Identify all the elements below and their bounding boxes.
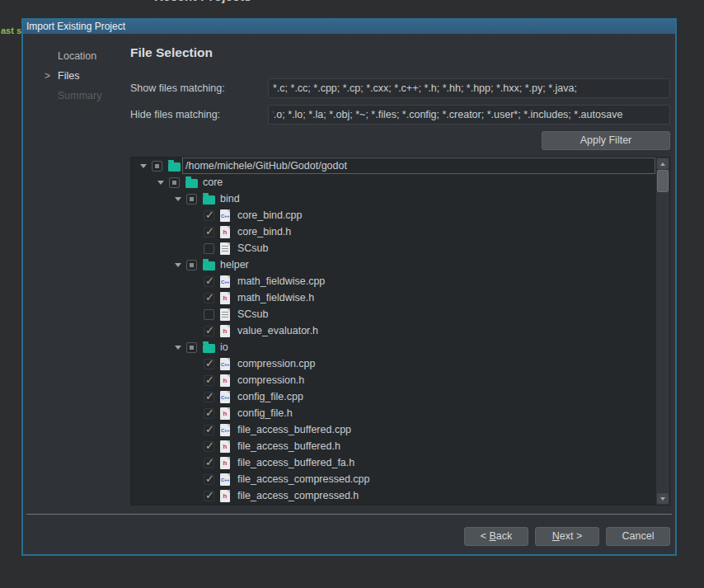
tree-row[interactable]: hfile_access_buffered.h — [131, 438, 656, 454]
icon-slot — [203, 342, 220, 353]
h-icon-label: h — [223, 411, 228, 417]
checkbox-checked[interactable] — [204, 441, 214, 452]
tree-row[interactable]: hvalue_evaluator.h — [131, 322, 656, 339]
tree-item-label: compression.h — [237, 374, 304, 386]
checkbox-partial[interactable] — [186, 260, 197, 270]
tree-row[interactable]: C++file_access_compressed.cpp — [131, 471, 656, 487]
expander-arrow-icon[interactable] — [134, 164, 152, 168]
header-file-icon: h — [220, 292, 230, 304]
tree-row[interactable]: hcore_bind.h — [131, 223, 656, 240]
tree-row[interactable]: hmath_fieldwise.h — [131, 289, 656, 306]
tree-row[interactable]: /home/michele/GitHub/Godot/godot — [131, 158, 656, 174]
desktop-background: Recent Projects ast s Import Existing Pr… — [0, 0, 704, 588]
checkbox-checked[interactable] — [204, 392, 214, 402]
checkbox-checked[interactable] — [204, 227, 214, 238]
tree-row[interactable]: C++config_file.cpp — [131, 388, 656, 405]
background-last-session-text: ast s — [1, 26, 21, 35]
checkbox-unchecked[interactable] — [204, 243, 214, 254]
icon-slot — [168, 161, 185, 172]
vertical-scrollbar[interactable] — [656, 158, 669, 505]
cancel-button[interactable]: Cancel — [606, 527, 670, 546]
scroll-up-button[interactable] — [657, 158, 669, 169]
tree-row[interactable]: C++core_bind.cpp — [131, 207, 656, 223]
hide-files-matching-input[interactable] — [268, 105, 670, 125]
checkbox-partial[interactable] — [186, 342, 197, 353]
file-tree: /home/michele/GitHub/Godot/godotcorebind… — [130, 157, 670, 506]
tree-row[interactable]: core — [131, 174, 656, 191]
checkbox-partial[interactable] — [186, 194, 197, 205]
h-icon-label: h — [223, 493, 228, 500]
cpp-file-icon: C++ — [220, 209, 230, 222]
checkbox-checked[interactable] — [204, 276, 214, 287]
tree-row[interactable]: hcompression.h — [131, 372, 656, 388]
import-existing-project-dialog: Import Existing Project Location>FilesSu… — [21, 18, 677, 556]
checkbox-checked[interactable] — [204, 408, 214, 419]
h-icon-label: h — [223, 328, 228, 335]
checkbox-checked[interactable] — [204, 375, 214, 386]
checkbox-checked[interactable] — [204, 293, 214, 303]
icon-slot: C++ — [220, 391, 237, 403]
tree-item-label: file_access_buffered.h — [237, 440, 340, 452]
back-button[interactable]: < Back — [464, 527, 528, 546]
show-files-matching-label: Show files matching: — [130, 78, 225, 98]
scroll-down-button[interactable] — [657, 493, 669, 504]
checkbox-slot — [186, 194, 203, 205]
tree-row[interactable]: C++math_fieldwise.cpp — [131, 273, 656, 289]
expander-arrow-icon[interactable] — [152, 181, 169, 185]
sidebar-step-summary: Summary — [43, 86, 125, 106]
header-file-icon: h — [220, 374, 230, 387]
expander-arrow-icon[interactable] — [169, 346, 186, 350]
dialog-titlebar[interactable]: Import Existing Project — [23, 20, 675, 34]
tree-row[interactable]: helper — [131, 256, 656, 273]
show-files-matching-input[interactable] — [268, 78, 670, 98]
tree-row[interactable]: SCsub — [131, 240, 656, 256]
checkbox-checked[interactable] — [204, 210, 214, 221]
scrollbar-thumb[interactable] — [657, 170, 669, 192]
sidebar-step-location: Location — [43, 46, 125, 66]
h-icon-label: h — [223, 460, 228, 467]
checkbox-partial[interactable] — [152, 161, 162, 172]
tree-row[interactable]: hfile_access_compressed.h — [131, 487, 656, 504]
tree-item-label: value_evaluator.h — [237, 325, 318, 336]
icon-slot: h — [220, 490, 237, 502]
tree-item-label: config_file.cpp — [237, 391, 303, 402]
expander-arrow-icon[interactable] — [169, 263, 186, 267]
checkbox-checked[interactable] — [204, 359, 214, 369]
h-icon-label: h — [223, 295, 228, 302]
checkbox-slot — [204, 491, 220, 501]
icon-slot — [220, 308, 237, 321]
checkbox-slot — [204, 309, 220, 320]
apply-filter-button[interactable]: Apply Filter — [542, 131, 670, 150]
tree-row[interactable]: io — [131, 339, 656, 355]
cpp-file-icon: C++ — [220, 358, 230, 370]
checkbox-unchecked[interactable] — [204, 309, 214, 320]
tree-row[interactable]: C++compression.cpp — [131, 355, 656, 372]
icon-slot: h — [220, 226, 237, 238]
tree-row[interactable]: SCsub — [131, 306, 656, 322]
tree-row[interactable]: bind — [131, 191, 656, 207]
checkbox-checked[interactable] — [204, 458, 214, 468]
checkbox-checked[interactable] — [204, 474, 214, 485]
checkbox-checked[interactable] — [204, 326, 214, 336]
current-step-arrow-icon: > — [43, 70, 58, 82]
checkbox-slot — [204, 441, 220, 452]
checkbox-slot — [204, 326, 220, 336]
checkbox-partial[interactable] — [169, 177, 180, 188]
folder-icon — [203, 195, 215, 205]
tree-row[interactable]: C++file_access_buffered.cpp — [131, 421, 656, 438]
checkbox-checked[interactable] — [204, 491, 214, 501]
icon-slot — [185, 177, 203, 188]
checkbox-checked[interactable] — [204, 425, 214, 435]
expander-arrow-icon[interactable] — [169, 197, 186, 201]
checkbox-slot — [204, 210, 220, 221]
cpp-icon-label: C++ — [221, 362, 229, 367]
tree-row[interactable]: hconfig_file.h — [131, 405, 656, 421]
checkbox-slot — [152, 161, 168, 172]
next-button[interactable]: Next > — [535, 527, 599, 546]
checkbox-slot — [204, 408, 220, 419]
tree-row[interactable]: hfile_access_buffered_fa.h — [131, 454, 656, 471]
tree-item-label: bind — [220, 193, 240, 205]
hide-files-matching-label: Hide files matching: — [130, 105, 220, 125]
tree-item-label: file_access_buffered_fa.h — [237, 457, 354, 468]
icon-slot: h — [220, 374, 237, 387]
